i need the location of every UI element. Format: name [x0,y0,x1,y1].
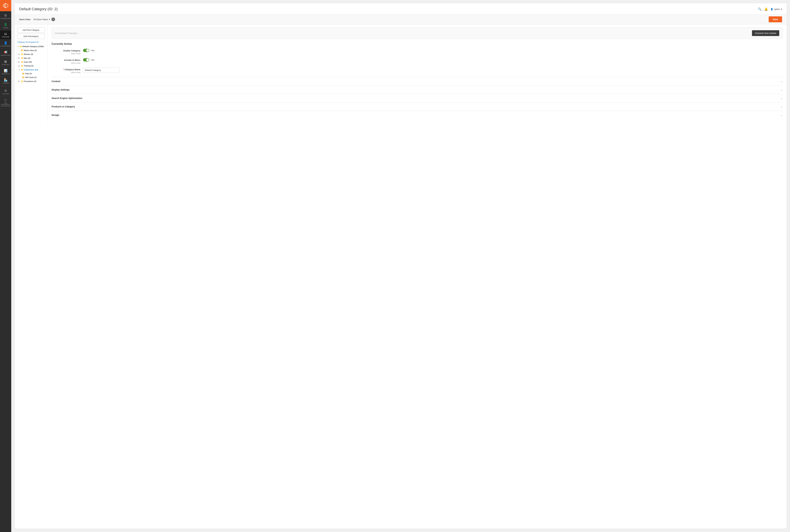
category-tree: ▼ 📁 Default Category (1181) 📂 What's New… [17,45,45,83]
currently-active-title: Currently Active [52,42,783,45]
sidebar-item-partners[interactable]: ⬡ FIND PARTNERS & EXTENSIONS [0,96,11,109]
tree-item-label-gift-cards: Gift Cards (2) [25,76,37,79]
folder-icon-training: 📁 [21,64,23,68]
accordion-products-label: Products in Category [52,105,75,108]
collapse-all-link[interactable]: Collapse All [17,41,27,43]
category-name-input[interactable] [83,68,119,73]
tree-item-men[interactable]: ▶ 📁 Men (0) [17,56,45,60]
sidebar-item-reports[interactable]: 📊 REPORTS [0,67,11,77]
tree-item-label-default: Default Category (1181) [22,45,44,48]
tree-item-training[interactable]: ▶ 📁 Training (6) [17,64,45,68]
field-label-group-menu: Include in Menu [store view] [57,58,83,64]
field-row-category-name: * Category Name [store view] [52,68,783,74]
expand-all-link[interactable]: Expand All [29,41,39,43]
accordion-display-settings[interactable]: Display Settings ⌄ [52,86,783,94]
page-container: Default Category (ID: 2) 🔍 🔔 👤 admin ▾ S… [15,3,787,529]
customers-icon: 👤 [4,41,7,45]
enable-category-sublabel: [store view] [71,53,80,55]
search-icon[interactable]: 🔍 [758,7,761,11]
tree-item-label-promotions: Promotions (0) [24,80,36,83]
enable-category-value: Yes [83,49,94,52]
schedule-new-update-button[interactable]: Schedule New Update [752,30,779,36]
tree-item-label-whats-new: What's New (0) [24,49,37,52]
reports-icon: 📊 [4,69,7,73]
tree-item-label-women: Women (0) [24,53,33,56]
accordion-content[interactable]: Content ⌄ [52,77,783,86]
sidebar-label-dashboard: DASHBOARD [0,18,11,19]
accordion-products[interactable]: Products in Category ⌄ [52,102,783,111]
sidebar-label-stores: STORES [2,82,9,84]
add-subcategory-button[interactable]: Add Subcategory [17,34,45,39]
tree-item-label-gear: Gear (46) [24,60,32,64]
header-actions: 🔍 🔔 👤 admin ▾ [758,7,782,11]
stores-icon: 🏪 [4,78,7,82]
field-label-group-name: * Category Name [store view] [57,68,83,74]
enable-category-label: Enable Category [57,50,80,52]
folder-icon-default: 📁 [19,45,22,49]
tree-item-whats-new[interactable]: 📂 What's New (0) [17,49,45,52]
category-name-label: * Category Name [57,68,80,71]
bell-icon[interactable]: 🔔 [764,7,768,11]
accordion-design-chevron: ⌄ [780,113,783,117]
tree-item-gear[interactable]: ▶ 📁 Gear (46) [17,60,45,64]
sidebar: ⊞ DASHBOARD 💲 SALES 🗂 CATALOG 👤 CUSTOMER… [0,0,11,532]
left-panel: Add Root Category Add Subcategory Collap… [15,24,48,122]
tree-item-label-training: Training (6) [24,64,33,68]
save-button[interactable]: Save [769,16,782,22]
sidebar-label-content: CONTENT [2,64,10,65]
tree-item-label-collections: Collections (13) [24,68,38,72]
sidebar-logo[interactable] [0,0,11,11]
partners-icon: ⬡ [4,98,7,102]
scheduled-changes-bar: Scheduled Changes Schedule New Update [52,27,783,39]
sales-icon: 💲 [4,23,7,26]
store-view-select[interactable]: All Store Views ▾ [34,18,50,21]
tree-toggle-gear: ▶ [19,60,20,63]
tree-item-collections[interactable]: ▼ 📁 Collections (13) [17,68,45,72]
tree-item-default-category[interactable]: ▼ 📁 Default Category (1181) [17,45,45,49]
help-icon[interactable]: ? [52,18,55,21]
include-menu-toggle[interactable] [83,58,89,61]
folder-icon-sale: 📂 [22,72,25,76]
sidebar-item-sales[interactable]: 💲 SALES [0,21,11,31]
admin-dropdown-arrow: ▾ [781,8,782,11]
accordion-design-label: Design [52,114,59,116]
sidebar-item-customers[interactable]: 👤 CUSTOMERS [0,39,11,49]
tree-item-women[interactable]: ▶ 📁 Women (0) [17,52,45,56]
sidebar-label-marketing: MARKETING [1,55,11,56]
tree-item-sale[interactable]: 📂 Sale (0) [17,72,45,76]
store-view-arrow: ▾ [49,18,50,21]
accordion-display-label: Display Settings [52,89,70,91]
sidebar-label-reports: REPORTS [2,73,10,75]
tree-toggle-default: ▼ [17,45,19,48]
admin-label: admin [774,8,780,11]
dashboard-icon: ⊞ [4,14,7,17]
accordion-products-chevron: ⌄ [780,105,783,109]
accordion-seo[interactable]: Search Engine Optimization ⌄ [52,94,783,102]
folder-icon-collections: 📁 [21,68,23,72]
accordion-design[interactable]: Design ⌄ [52,111,783,119]
user-icon: 👤 [771,8,773,11]
sidebar-item-stores[interactable]: 🏪 STORES [0,77,11,86]
tree-toggle-training: ▶ [19,64,20,68]
enable-category-toggle[interactable] [83,49,89,52]
sidebar-item-content[interactable]: ▦ CONTENT [0,58,11,67]
sidebar-label-sales: SALES [3,27,8,28]
sidebar-item-catalog[interactable]: 🗂 CATALOG [0,31,11,39]
folder-icon-promotions: 📁 [21,79,23,83]
tree-item-gift-cards[interactable]: 📂 Gift Cards (2) [17,76,45,79]
main-content: Default Category (ID: 2) 🔍 🔔 👤 admin ▾ S… [11,0,790,532]
admin-user[interactable]: 👤 admin ▾ [771,8,782,11]
tree-toggle-men: ▶ [19,57,20,60]
sidebar-item-marketing[interactable]: 📢 MARKETING [0,49,11,58]
sidebar-item-dashboard[interactable]: ⊞ DASHBOARD [0,12,11,21]
currently-active-section: Currently Active Enable Category [store … [52,42,783,74]
required-indicator: * [63,68,65,71]
add-root-category-button[interactable]: Add Root Category [17,27,45,33]
store-view-value: All Store Views [34,18,48,21]
category-name-value [83,68,119,73]
accordion-content-label: Content [52,80,60,83]
tree-toggle-promotions: ▶ [19,80,20,83]
tree-item-promotions[interactable]: ▶ 📁 Promotions (0) [17,79,45,83]
sidebar-item-system[interactable]: ⚙ SYSTEM [0,87,11,96]
include-menu-sublabel: [store view] [71,62,80,64]
